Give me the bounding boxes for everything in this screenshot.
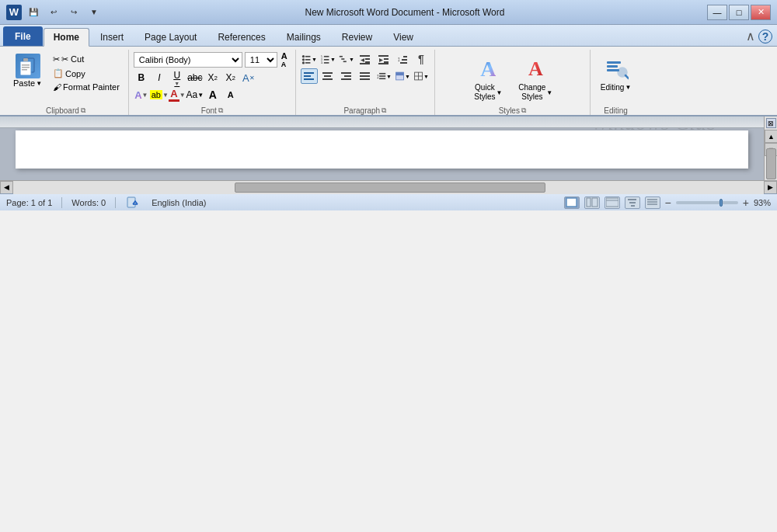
align-right-button[interactable] [338,68,355,84]
tab-view[interactable]: View [383,28,423,46]
ruler-area [0,116,764,128]
tab-page-layout[interactable]: Page Layout [134,28,207,46]
qat-save-button[interactable]: 💾 [25,5,42,20]
editing-dropdown-arrow[interactable]: ▼ [625,84,631,91]
zoom-in-button[interactable]: + [743,196,749,209]
word-count[interactable]: Words: 0 [71,198,106,207]
font-size-up-btn[interactable]: A [205,87,221,103]
underline-button[interactable]: U ▼ [169,70,185,85]
zoom-out-button[interactable]: − [665,196,671,209]
svg-rect-13 [324,56,329,57]
sort-button[interactable]: ↕ [394,51,411,67]
tab-review[interactable]: Review [332,28,382,46]
scroll-right-arrow-button[interactable]: ▶ [764,181,777,194]
show-formatting-button[interactable]: ¶ [413,51,430,67]
paragraph-expand-icon[interactable]: ⧉ [382,106,386,115]
horizontal-scrollbar[interactable]: ◀ ▶ [0,180,777,193]
editing-button[interactable]: Editing ▼ [595,53,637,94]
clipboard-expand-icon[interactable]: ⧉ [81,106,85,115]
paste-button[interactable]: Paste ▼ [8,51,47,90]
quick-styles-button[interactable]: A QuickStyles ▼ [466,53,510,104]
highlight-color-button[interactable]: ab ▼ [152,87,167,103]
word-app-icon: W [6,5,22,20]
svg-rect-43 [341,78,351,80]
help-icon[interactable]: ? [758,30,772,43]
qat-undo-button[interactable]: ↩ [45,5,62,20]
tab-file[interactable]: File [3,26,43,46]
page-count[interactable]: Page: 1 of 1 [6,198,52,207]
paste-dropdown-arrow[interactable]: ▼ [36,80,42,87]
clear-formatting-button[interactable]: A✕ [241,70,256,85]
maximize-button[interactable]: □ [729,5,749,20]
ribbon-group-paragraph: ▼ 1.2.3. ▼ ▼ ↕ ¶ [296,50,435,115]
svg-rect-63 [566,198,577,207]
bullets-button[interactable]: ▼ [301,51,318,67]
zoom-slider[interactable] [676,201,738,204]
full-screen-view-btn[interactable] [584,196,600,209]
status-bar: Page: 1 of 1 Words: 0 English (India) − [0,193,777,210]
superscript-button[interactable]: X2 [223,70,239,85]
web-layout-view-btn[interactable] [605,196,620,209]
cut-button[interactable]: ✂ ✂ Cut [49,53,124,66]
scroll-left-arrow-button[interactable]: ◀ [0,181,13,194]
font-size-increase-btn[interactable]: A [280,51,289,61]
decrease-indent-button[interactable] [357,51,374,67]
numbering-button[interactable]: 1.2.3. ▼ [319,51,336,67]
document-page[interactable]: The Windows Club [16,130,748,169]
font-expand-icon[interactable]: ⧉ [218,106,223,115]
increase-indent-button[interactable] [375,51,392,67]
justify-button[interactable] [357,68,374,84]
copy-button[interactable]: 📋 Copy [49,67,124,80]
bold-button[interactable]: B [134,70,149,85]
draft-view-btn[interactable] [645,196,660,209]
tab-home[interactable]: Home [44,28,89,47]
print-layout-view-btn[interactable] [564,196,580,209]
font-size-down-btn[interactable]: A [223,87,239,103]
ribbon: Paste ▼ ✂ ✂ Cut 📋 Copy 🖌 Format Painter [0,47,777,116]
font-size-decrease-btn[interactable]: A [280,61,289,68]
border-button[interactable]: ▼ [413,68,430,84]
h-scroll-thumb[interactable] [235,183,545,193]
svg-rect-33 [402,59,407,61]
change-styles-button[interactable]: A ChangeStyles ▼ [513,53,558,104]
svg-rect-18 [340,56,343,57]
copy-icon: 📋 [53,68,64,78]
zoom-level[interactable]: 93% [754,198,771,207]
format-painter-button[interactable]: 🖌 Format Painter [49,81,124,93]
vertical-scrollbar[interactable]: ⊠ ▲ ▼ ▲ ▼ [764,116,777,180]
tab-mailings[interactable]: Mailings [277,28,331,46]
font-name-select[interactable]: Calibri (Body) [134,52,242,68]
italic-button[interactable]: I [152,70,167,85]
language[interactable]: English (India) [152,198,206,207]
font-color-button[interactable]: A ▼ [169,87,185,103]
outline-view-btn[interactable] [625,196,640,209]
align-left-button[interactable] [301,68,318,84]
styles-expand-icon[interactable]: ⧉ [521,106,526,115]
multilevel-list-button[interactable]: ▼ [338,51,355,67]
qat-redo-button[interactable]: ↪ [65,5,82,20]
status-separator2 [115,197,116,208]
line-spacing-button[interactable]: ↕ ▼ [375,68,392,84]
minimize-button[interactable]: — [707,5,727,20]
strikethrough-button[interactable]: abc [187,70,203,85]
shading-button[interactable]: ▼ [394,68,411,84]
svg-rect-20 [343,61,347,62]
collapse-ribbon-icon[interactable]: ∧ [746,29,755,43]
scroll-page-up-btn[interactable]: ⊠ [766,118,776,128]
close-button[interactable]: ✕ [751,5,771,20]
tab-insert[interactable]: Insert [90,28,134,46]
spell-check-icon[interactable] [125,196,142,210]
text-effects-button[interactable]: A ▼ [134,87,149,103]
scroll-thumb[interactable] [766,148,776,179]
tab-references[interactable]: References [207,28,275,46]
svg-rect-52 [395,72,403,75]
quick-styles-arrow[interactable]: ▼ [496,89,502,96]
scroll-up-arrow-button[interactable]: ▲ [765,130,777,143]
qat-dropdown-button[interactable]: ▼ [85,5,103,20]
svg-text:3.: 3. [321,61,323,64]
change-case-button[interactable]: Aa▼ [187,87,203,103]
change-styles-arrow[interactable]: ▼ [546,89,552,96]
font-size-select[interactable]: 11 [245,52,277,68]
subscript-button[interactable]: X2 [205,70,221,85]
align-center-button[interactable] [319,68,336,84]
